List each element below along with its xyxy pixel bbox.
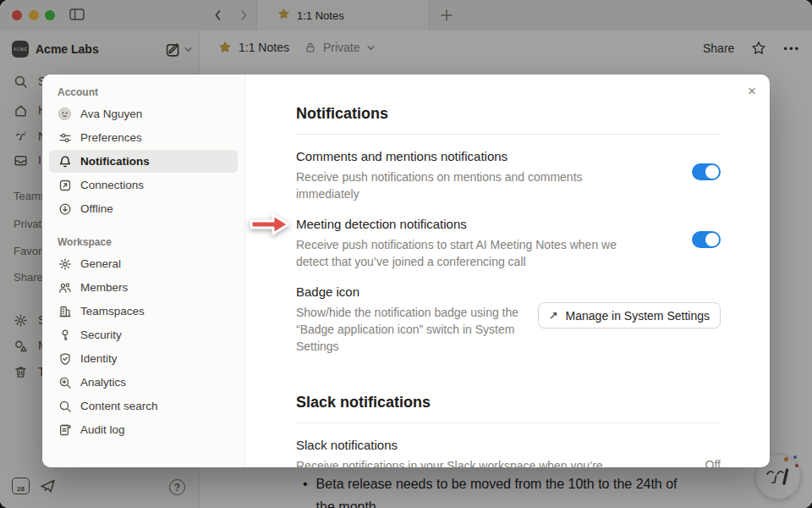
members-icon [58,280,72,295]
divider [296,422,721,423]
settings-sidebar: Account Ava Nguyen Preferences Notificat… [42,75,245,467]
setting-row-comments-mentions: Comments and mentions notifications Rece… [296,148,721,202]
settings-item-analytics[interactable]: Analytics [49,371,238,394]
settings-item-preferences[interactable]: Preferences [49,126,238,149]
page-title: Notifications [296,103,721,124]
setting-row-meeting-detection: Meeting detection notifications Receive … [296,216,721,270]
settings-item-offline[interactable]: Offline [49,197,238,220]
close-icon[interactable]: × [748,84,756,98]
settings-item-members[interactable]: Members [49,276,238,299]
setting-description: Show/hide the notification badge using t… [296,304,524,355]
settings-item-audit-log[interactable]: Audit log [49,418,238,441]
setting-title: Meeting detection notifications [296,216,692,233]
setting-title: Badge icon [296,284,538,301]
sliders-icon [58,130,72,145]
comments-mentions-toggle[interactable] [692,163,721,180]
settings-item-notifications[interactable]: Notifications [49,150,238,173]
settings-item-content-search[interactable]: Content search [49,395,238,417]
manage-system-settings-button[interactable]: ↗ Manage in System Settings [538,302,721,329]
zoom-plus-icon [58,375,72,389]
setting-row-badge-icon: Badge icon Show/hide the notification ba… [296,284,721,355]
settings-content: × Notifications Comments and mentions no… [245,75,770,467]
settings-item-security[interactable]: Security [49,323,238,346]
slack-notifications-value[interactable]: Off [705,458,721,467]
setting-description: Receive push notifications on mentions a… [296,168,601,202]
workspace-section-label: Workspace [58,236,238,248]
connections-icon [58,178,72,192]
shield-check-icon [58,351,72,366]
slack-section-title: Slack notifications [296,392,721,412]
settings-item-teamspaces[interactable]: Teamspaces [49,300,238,323]
settings-item-general[interactable]: General [49,252,238,275]
setting-row-slack-notifications: Slack notifications Receive notification… [296,437,721,467]
setting-description: Receive notifications in your Slack work… [296,457,705,467]
setting-title: Slack notifications [296,437,705,454]
annotation-arrow [248,212,292,237]
avatar [58,107,72,121]
settings-modal: Account Ava Nguyen Preferences Notificat… [42,75,770,467]
settings-item-connections[interactable]: Connections [49,174,238,196]
settings-item-identity[interactable]: Identity [49,347,238,370]
building-icon [58,304,72,318]
account-section-label: Account [58,86,238,98]
meeting-detection-toggle[interactable] [692,231,721,248]
download-circle-icon [58,202,72,216]
screen: 1:1 Notes ACME Acme Labs S H N I [0,0,812,508]
settings-item-account[interactable]: Ava Nguyen [49,102,238,125]
search-icon [58,399,72,413]
arrow-up-right-icon: ↗ [549,309,558,322]
bell-icon [58,154,72,168]
key-icon [58,328,72,342]
scroll-icon [58,422,72,437]
setting-description: Receive push notifications to start AI M… [296,236,651,270]
setting-title: Comments and mentions notifications [296,148,692,165]
gear-icon [58,257,72,271]
divider [296,134,721,135]
